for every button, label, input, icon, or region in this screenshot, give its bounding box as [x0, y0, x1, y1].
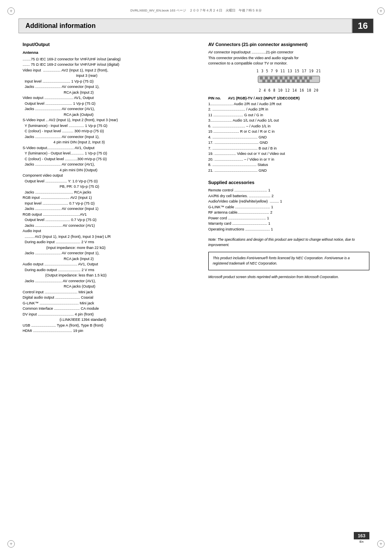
spec-line: Jacks .......................... AV conn…	[23, 223, 200, 229]
spec-line: Y (luminance) - Output level............…	[23, 151, 200, 157]
antenna-label: Antenna	[23, 50, 200, 56]
av-intro-1: AV connector input/output ..............…	[208, 50, 369, 55]
pin-list-item: 21. ....................................…	[208, 168, 369, 174]
pin-list-item: 8. .....................................…	[208, 162, 369, 168]
spec-line: Component video output	[23, 173, 200, 179]
spec-line: ....... 75 Ω IEC 169-2 connector for VHF…	[23, 62, 200, 68]
spec-line: Jacks .......................... AV conn…	[23, 279, 200, 284]
svg-rect-19	[297, 80, 300, 82]
spec-line: C (colour) - Output level ............30…	[23, 157, 200, 162]
pin-list-item: 11 ............................. G out /…	[208, 113, 369, 118]
spec-line: RCA jacks (Output)	[23, 284, 200, 290]
av-diagram: 1 3 5 7 9 11 13 15 17 19 21	[208, 69, 369, 94]
supplied-accessories-section: Supplied accessories Remote control ....…	[208, 179, 369, 232]
spec-line: RGB output .............................…	[23, 212, 200, 218]
reg-mark-tl	[7, 7, 15, 15]
av-intro-2: This connector provides the video and au…	[208, 55, 369, 61]
spec-line: Output level .......................... …	[23, 101, 200, 107]
av-connectors-title: AV Connectors (21-pin connector assignme…	[208, 41, 369, 48]
spec-line: During audio input .....................…	[23, 240, 200, 245]
spec-line: Input level ......................... 0.…	[23, 201, 200, 207]
accessory-item: Operating instructions .................…	[208, 227, 369, 233]
accessory-item: RF antenna cable........................…	[208, 210, 369, 216]
spec-line: ........75 Ω IEC 169-2 connector for VHF…	[23, 57, 200, 62]
svg-rect-17	[287, 80, 290, 82]
spec-line: 4 pin mini DIN (Input 2, Input 3)	[23, 140, 200, 145]
spec-lines-container: ........75 Ω IEC 169-2 connector for VHF…	[23, 57, 200, 334]
svg-rect-1	[260, 77, 263, 79]
svg-rect-14	[272, 80, 275, 82]
pin-list-item: 7. .....................................…	[208, 146, 369, 152]
supplied-accessories-title: Supplied accessories	[208, 179, 369, 186]
svg-rect-20	[302, 80, 304, 82]
spec-line: C (colour) - Input level ........... 300…	[23, 129, 200, 134]
svg-rect-8	[295, 77, 297, 79]
spec-line: Jacks ..................................…	[23, 190, 200, 196]
svg-rect-12	[263, 80, 265, 82]
page-lang: En	[360, 540, 364, 543]
svg-rect-10	[304, 77, 307, 79]
spec-line: Jacks ......................... AV conne…	[23, 134, 200, 140]
accessory-item: G-LINK™ cable ..........................…	[208, 205, 369, 210]
svg-rect-3	[270, 77, 272, 79]
pin-header: PIN no. AV1 (RGB)-TV / AV2 (INPUT 1/DECO…	[208, 96, 369, 101]
reg-mark-tr	[377, 7, 385, 15]
content-area: Input/Output Antenna ........75 Ω IEC 16…	[23, 41, 369, 532]
pin-top-numbers: 1 3 5 7 9 11 13 15 17 19 21	[208, 69, 369, 74]
svg-rect-11	[309, 77, 312, 79]
accessory-item: Remote control .........................…	[208, 188, 369, 193]
svg-rect-13	[267, 80, 270, 82]
chapter-title: Additional information	[18, 18, 352, 33]
pin-list-item: 4. .....................................…	[208, 135, 369, 140]
spec-line: (Output impedance: less than 1.5 kΩ)	[23, 273, 200, 279]
spec-line: Control input ..........................…	[23, 290, 200, 295]
input-output-title: Input/Output	[23, 41, 200, 48]
spec-line: Jacks ......................... AV conne…	[23, 251, 200, 256]
svg-rect-5	[280, 77, 282, 79]
pin-list-item: 3..................... Audio 1/L out / A…	[208, 118, 369, 124]
spec-line: Output level ........................ 0.…	[23, 217, 200, 223]
svg-rect-6	[285, 77, 287, 79]
svg-rect-16	[282, 80, 285, 82]
pin-list-item: 1...................... Audio 2/R out / …	[208, 101, 369, 107]
spec-line: RCA jack (Output)	[23, 112, 200, 118]
spec-line: DV input ...............................…	[23, 312, 200, 318]
spec-line: HDMI ...................................…	[23, 328, 200, 334]
spec-line: RCA jack (Input 2)	[23, 256, 200, 262]
pin-list-item: 2. ................................ / Au…	[208, 107, 369, 113]
right-column: AV Connectors (21-pin connector assignme…	[208, 41, 369, 532]
av-intro-3: connection to a compatible colour TV or …	[208, 61, 369, 67]
svg-rect-9	[300, 77, 302, 79]
spec-line: ......... AV2 (Input 1), Input 2 (front)…	[23, 234, 200, 240]
spec-line: Digital audio output ...................…	[23, 295, 200, 301]
spec-line: Video input ................. AV2 (Input…	[23, 68, 200, 74]
spec-line: (i.LINK/IEEE 1394 standard)	[23, 317, 200, 323]
pin-list-item: 15 ......................... R or C out …	[208, 129, 369, 135]
note-text: Note: The specifications and design of t…	[208, 237, 369, 248]
connector-graphic	[208, 74, 369, 88]
notice-box: This product includes FontAvenue® fonts …	[208, 252, 369, 270]
page-number-area: 163 En	[354, 532, 369, 543]
pin-list-item: 19. ..................... Video out or Y…	[208, 151, 369, 157]
accessory-item: Warranty card ..........................…	[208, 221, 369, 227]
pin-list-item: 20. ............................ – / Vid…	[208, 157, 369, 163]
pin-list-item: 6. ................................ – / …	[208, 124, 369, 129]
file-info: DVRLX60D_WV_EN.book 163 ページ ２００７年４月２４日 火…	[25, 8, 367, 13]
spec-line: Input level ........................... …	[23, 79, 200, 85]
spec-line: During audio output ....................…	[23, 267, 200, 273]
spec-line: S-Video input .. AV2 (Input 1), Input 2 …	[23, 117, 200, 123]
svg-rect-15	[277, 80, 280, 82]
page-number-box: 163	[354, 532, 369, 539]
svg-rect-7	[290, 77, 292, 79]
spec-line: Audio input	[23, 228, 200, 234]
accessory-item: AA/R6 dry cell batteries. ..............…	[208, 193, 369, 199]
spec-line: Jacks ......................... AV conne…	[23, 106, 200, 112]
spec-line: Audio output ...........................…	[23, 262, 200, 267]
chapter-number: 16	[352, 18, 374, 33]
svg-rect-2	[265, 77, 267, 79]
spec-line: G-LINK™ ................................…	[23, 301, 200, 306]
spec-line: Input 3 (rear)	[23, 73, 200, 79]
spec-line: Jacks ......................... AV conne…	[23, 162, 200, 168]
spec-line: Y (luminance) - Input level ............…	[23, 123, 200, 129]
spec-line: Output level ..................... Y: 1.…	[23, 179, 200, 184]
